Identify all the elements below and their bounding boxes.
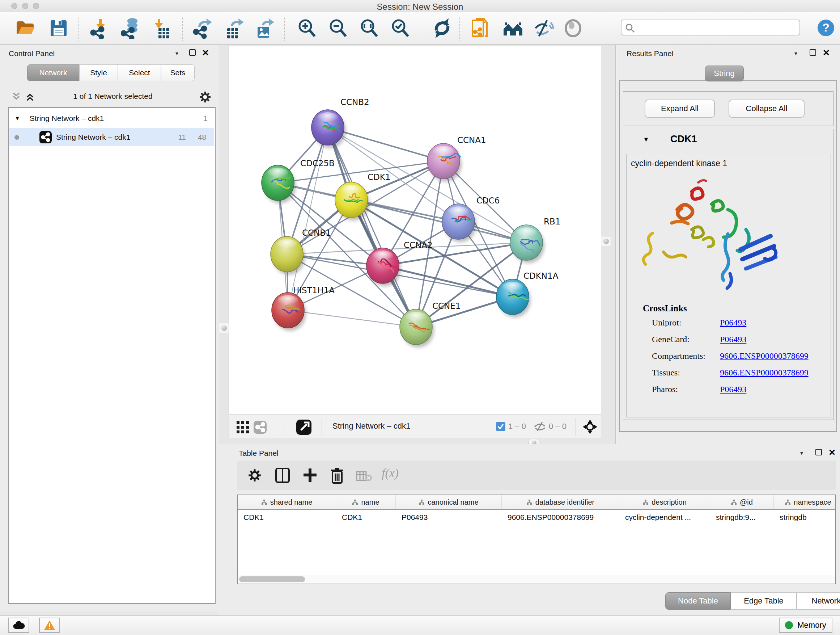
network-edge[interactable] bbox=[288, 310, 416, 327]
network-node[interactable]: CDKN1A bbox=[496, 271, 559, 318]
tab-string[interactable]: String bbox=[705, 65, 744, 81]
memory-status-dot-icon bbox=[785, 621, 793, 629]
tab-sets[interactable]: Sets bbox=[161, 65, 195, 81]
table-cell[interactable]: stringdb bbox=[774, 510, 836, 524]
panel-close-icon[interactable]: ✕ bbox=[202, 48, 209, 58]
right-splitter-handle[interactable] bbox=[601, 236, 611, 246]
column-header-namespace[interactable]: namespace bbox=[774, 495, 836, 509]
gene-collapse-caret-icon[interactable]: ▼ bbox=[643, 136, 649, 143]
panel-menu-icon[interactable]: ▾ bbox=[175, 50, 178, 57]
import-network-file-icon[interactable] bbox=[90, 17, 111, 39]
network-options-gear-icon[interactable] bbox=[199, 91, 211, 103]
add-column-icon[interactable] bbox=[303, 468, 317, 483]
zoom-fit-icon[interactable] bbox=[358, 17, 380, 39]
panel-menu-icon[interactable]: ▾ bbox=[794, 50, 797, 57]
panel-menu-icon[interactable]: ▾ bbox=[800, 450, 803, 456]
hide-selected-icon[interactable] bbox=[532, 17, 554, 39]
column-header-name[interactable]: name bbox=[336, 495, 396, 509]
toolbar-separator bbox=[182, 17, 183, 41]
help-button[interactable]: ? bbox=[817, 19, 835, 38]
network-canvas[interactable]: CCNB2 CCNA1 CDC25B CDK1 CDC6 bbox=[229, 46, 601, 415]
zoom-selected-icon[interactable] bbox=[389, 17, 411, 39]
detach-view-icon[interactable] bbox=[296, 420, 311, 435]
memory-button[interactable]: Memory bbox=[779, 618, 832, 633]
network-type-icon bbox=[39, 131, 52, 143]
left-splitter-handle[interactable] bbox=[219, 323, 229, 333]
zoom-out-icon[interactable] bbox=[327, 17, 349, 39]
column-header--id[interactable]: @id bbox=[710, 495, 774, 509]
network-share-icon[interactable] bbox=[254, 421, 267, 434]
crosslink-link[interactable]: P06493 bbox=[720, 385, 746, 394]
show-all-icon[interactable] bbox=[562, 17, 584, 39]
network-node[interactable]: CDK1 bbox=[335, 172, 391, 220]
collapse-all-chevrons-icon[interactable] bbox=[11, 92, 21, 101]
network-node[interactable]: CCNA1 bbox=[427, 135, 486, 182]
column-header-description[interactable]: description bbox=[619, 495, 710, 509]
table-cell[interactable]: CDK1 bbox=[238, 510, 336, 524]
network-edge[interactable] bbox=[288, 127, 328, 310]
import-table-file-icon[interactable] bbox=[152, 17, 174, 39]
crosslink-label: Compartments: bbox=[652, 351, 706, 361]
panel-float-icon[interactable] bbox=[810, 49, 816, 56]
tab-style[interactable]: Style bbox=[79, 65, 118, 81]
network-node[interactable]: HIST1H1A bbox=[272, 286, 335, 331]
crosslink-link[interactable]: 9606.ENSP00000378699 bbox=[720, 368, 808, 378]
warning-status-button[interactable] bbox=[39, 618, 60, 633]
table-cell[interactable]: 9606.ENSP00000378699 bbox=[502, 510, 619, 524]
delete-column-trash-icon[interactable] bbox=[330, 467, 344, 484]
tab-network[interactable]: Network bbox=[27, 65, 79, 81]
table-cell[interactable]: P06493 bbox=[396, 510, 502, 524]
search-input[interactable] bbox=[638, 21, 797, 34]
first-neighbors-icon[interactable] bbox=[502, 17, 524, 39]
panel-close-icon[interactable]: ✕ bbox=[829, 448, 836, 458]
collection-expand-caret-icon[interactable]: ▼ bbox=[14, 115, 20, 122]
crosslink-link[interactable]: P06493 bbox=[720, 318, 746, 328]
tab-edge-table[interactable]: Edge Table bbox=[731, 592, 797, 610]
network-node[interactable]: CCNE1 bbox=[400, 301, 461, 348]
zoom-in-icon[interactable] bbox=[296, 17, 317, 39]
panel-float-icon[interactable] bbox=[815, 449, 822, 455]
tab-network-table[interactable]: Network Table bbox=[797, 592, 840, 610]
table-horizontal-scrollbar[interactable] bbox=[238, 575, 835, 583]
expand-all-chevrons-icon[interactable] bbox=[25, 92, 35, 101]
scrollbar-thumb[interactable] bbox=[239, 576, 305, 582]
search-box bbox=[621, 19, 800, 35]
table-cell[interactable]: CDK1 bbox=[336, 510, 396, 524]
export-publication-icon[interactable] bbox=[470, 17, 492, 39]
table-cell[interactable]: stringdb:9... bbox=[710, 510, 774, 524]
network-node[interactable]: RB1 bbox=[510, 217, 561, 263]
expand-all-button[interactable]: Expand All bbox=[645, 100, 715, 118]
table-cell[interactable]: cyclin-dependent ... bbox=[619, 510, 710, 524]
node-label: CCNB1 bbox=[302, 228, 331, 238]
tab-select[interactable]: Select bbox=[118, 65, 161, 81]
selected-checkbox-icon[interactable] bbox=[496, 422, 505, 431]
refresh-icon[interactable] bbox=[431, 17, 453, 39]
network-node[interactable]: CDC25B bbox=[262, 158, 335, 203]
table-gear-icon[interactable] bbox=[248, 469, 262, 482]
tab-node-table[interactable]: Node Table bbox=[665, 592, 731, 610]
cloud-status-button[interactable] bbox=[8, 618, 29, 633]
network-node[interactable]: CCNB2 bbox=[311, 97, 369, 148]
network-node[interactable]: CDC6 bbox=[442, 196, 500, 242]
network-row[interactable]: String Network – cdk1 11 48 bbox=[9, 128, 214, 146]
panel-float-icon[interactable] bbox=[189, 49, 196, 56]
export-table-icon[interactable] bbox=[223, 17, 245, 39]
export-network-icon[interactable] bbox=[192, 17, 213, 39]
collapse-all-button[interactable]: Collapse All bbox=[729, 100, 805, 118]
crosslink-link[interactable]: 9606.ENSP00000378699 bbox=[720, 351, 808, 361]
open-session-icon[interactable] bbox=[14, 17, 36, 39]
control-panel: Control Panel ▾ ✕ NetworkStyleSelectSets… bbox=[0, 45, 218, 611]
crosslink-link[interactable]: P06493 bbox=[720, 334, 746, 344]
panel-close-icon[interactable]: ✕ bbox=[823, 48, 830, 58]
column-header-database-identifier[interactable]: database identifier bbox=[502, 495, 619, 509]
import-network-database-icon[interactable] bbox=[121, 17, 142, 39]
column-header-canonical-name[interactable]: canonical name bbox=[396, 495, 502, 509]
save-session-icon[interactable] bbox=[48, 17, 69, 39]
network-collection-row[interactable]: ▼ String Network – cdk1 1 bbox=[9, 109, 214, 127]
export-image-icon[interactable] bbox=[253, 17, 275, 39]
column-header-shared-name[interactable]: shared name bbox=[238, 495, 336, 509]
network-edge[interactable] bbox=[328, 127, 416, 327]
grid-view-icon[interactable] bbox=[236, 421, 249, 434]
birds-eye-icon[interactable] bbox=[583, 420, 597, 434]
show-columns-icon[interactable] bbox=[275, 468, 290, 483]
